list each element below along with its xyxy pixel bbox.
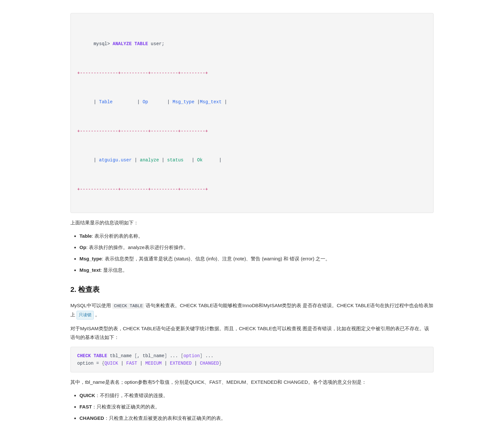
list-item-msgtype: Msg_type: 表示信息类型，其值通常是状态 (status)、信息 (in… bbox=[79, 254, 434, 263]
section2-p2: 对于MyISAM类型的表，CHECK TABLE语句还会更新关键字统计数据。而且… bbox=[70, 324, 434, 342]
list-item-changed: CHANGED：只检查上次检查后被更改的表和没有被正确关闭的表。 bbox=[79, 414, 434, 422]
section2-p3: 其中，tbl_name是表名；option参数有5个取值，分别是QUICK、FA… bbox=[70, 378, 434, 386]
readonly-lock-badge: 只读锁 bbox=[77, 311, 94, 320]
section2-options-list: QUICK：不扫描行，不检查错误的连接。 FAST：只检查没有被正确关闭的表。 … bbox=[70, 391, 434, 426]
section2-p1: MySQL中可以使用 CHECK TABLE 语句来检查表。CHECK TABL… bbox=[70, 301, 434, 320]
intro-list: Table: 表示分析的表的名称。 Op: 表示执行的操作。analyze表示进… bbox=[70, 232, 434, 274]
code-keyword-analyze: ANALYZE TABLE bbox=[113, 41, 148, 46]
list-item-fast: FAST：只检查没有被正确关闭的表。 bbox=[79, 402, 434, 411]
list-item-op: Op: 表示执行的操作。analyze表示进行分析操作。 bbox=[79, 243, 434, 252]
code-block-analyze: mysql> ANALYZE TABLE user; +------------… bbox=[70, 13, 434, 213]
code-block-check-syntax: CHECK TABLE tbl_name [, tbl_name] ... [o… bbox=[70, 347, 434, 372]
code-line1: CHECK TABLE tbl_name [, tbl_name] ... [o… bbox=[77, 352, 427, 359]
list-item-table: Table: 表示分析的表的名称。 bbox=[79, 232, 434, 240]
check-table-inline-code: CHECK TABLE bbox=[112, 303, 144, 309]
list-item-msgtext: Msg_text: 显示信息。 bbox=[79, 266, 434, 274]
section2-heading: 2. 检查表 bbox=[70, 283, 434, 295]
code-line2: option = {QUICK | FAST | MEDIUM | EXTEND… bbox=[77, 360, 427, 367]
list-item-quick: QUICK：不扫描行，不检查错误的连接。 bbox=[79, 391, 434, 400]
code-prompt: mysql> bbox=[93, 41, 113, 46]
intro-paragraph: 上面结果显示的信息说明如下： bbox=[70, 218, 434, 227]
